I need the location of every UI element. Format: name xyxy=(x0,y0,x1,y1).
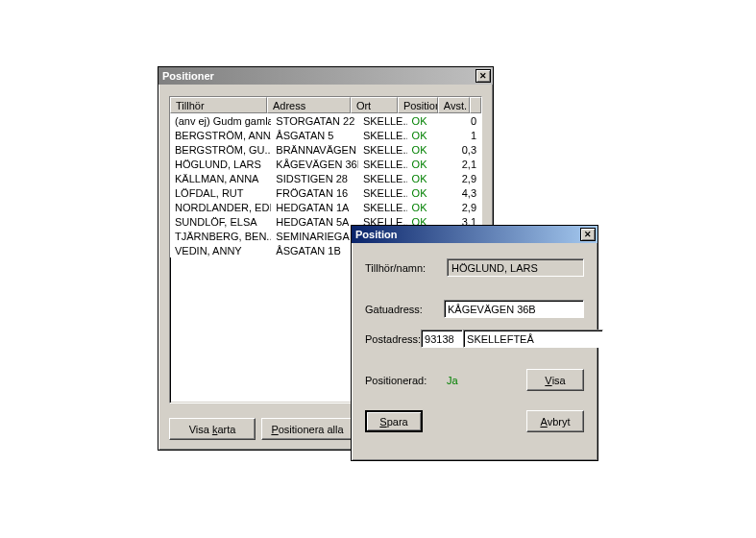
table-row[interactable]: NORDLANDER, EDITHEDGATAN 1ASKELLE...OK2,… xyxy=(170,200,481,214)
cell: ÅSGATAN 5 xyxy=(271,130,358,141)
cell: LÖFDAL, RUT xyxy=(170,187,271,199)
cell: OK xyxy=(407,202,449,213)
input-postort[interactable] xyxy=(463,330,603,348)
col-tillhor[interactable]: Tillhör xyxy=(170,97,267,113)
avbryt-button[interactable]: Avbryt xyxy=(526,410,584,432)
cell: OK xyxy=(407,173,449,184)
positioner-title: Positioner xyxy=(162,70,214,82)
cell: OK xyxy=(407,187,449,199)
cell: 0 xyxy=(449,115,481,127)
table-row[interactable]: KÄLLMAN, ANNASIDSTIGEN 28SKELLE...OK2,9 xyxy=(170,171,481,185)
cell: OK xyxy=(407,144,449,156)
cell: SKELLE... xyxy=(358,115,407,127)
bottom-button-bar: Visa karta Positionera alla xyxy=(169,418,354,440)
label-tillhor-namn: Tillhör/namn: xyxy=(365,262,447,274)
cell: TJÄRNBERG, BEN... xyxy=(170,231,271,242)
row-positionerad: Positionerad: Ja Visa xyxy=(365,369,584,391)
table-row[interactable]: BERGSTRÖM, ANNAÅSGATAN 5SKELLE...OK1 xyxy=(170,128,481,142)
row-gatuadress: Gatuadress: xyxy=(365,300,584,318)
col-adress[interactable]: Adress xyxy=(267,97,351,113)
label-positionerad: Positionerad: xyxy=(365,375,447,386)
cell: FRÖGATAN 16 xyxy=(271,187,358,199)
close-icon[interactable]: ✕ xyxy=(476,69,491,83)
cell: HÖGLUND, LARS xyxy=(170,159,271,170)
table-row[interactable]: (anv ej) Gudm gamlaSTORGATAN 22SKELLE...… xyxy=(170,113,481,128)
close-icon[interactable]: ✕ xyxy=(580,228,596,241)
cell: KÅGEVÄGEN 36B xyxy=(271,159,358,170)
position-form: Tillhör/namn: HÖGLUND, LARS Gatuadress: … xyxy=(352,243,597,442)
table-row[interactable]: HÖGLUND, LARSKÅGEVÄGEN 36BSKELLE...OK2,1 xyxy=(170,157,481,171)
value-positionerad: Ja xyxy=(447,375,458,386)
position-title: Position xyxy=(355,229,397,240)
cell: SUNDLÖF, ELSA xyxy=(170,216,271,228)
dialog-button-row: Spara Avbryt xyxy=(365,410,584,432)
cell: 2,9 xyxy=(449,173,481,184)
cell: 2,9 xyxy=(449,202,481,213)
position-titlebar[interactable]: Position ✕ xyxy=(352,226,597,243)
col-ort[interactable]: Ort xyxy=(351,97,398,113)
cell: OK xyxy=(407,130,449,141)
cell: 2,1 xyxy=(449,159,481,170)
field-tillhor-namn: HÖGLUND, LARS xyxy=(447,258,584,277)
cell: SKELLE... xyxy=(358,202,407,213)
cell: SKELLE... xyxy=(358,187,407,199)
visa-button[interactable]: Visa xyxy=(526,369,584,391)
cell: 0,3 xyxy=(449,144,481,156)
cell: SEMINARIEGA xyxy=(271,231,358,242)
cell: BERGSTRÖM, GU... xyxy=(170,144,271,156)
col-position[interactable]: Position xyxy=(398,97,438,113)
cell: BRÄNNAVÄGEN 2 xyxy=(271,144,358,156)
col-avst[interactable]: Avst. xyxy=(438,97,470,113)
cell: 1 xyxy=(449,130,481,141)
cell: SKELLE... xyxy=(358,144,407,156)
cell: (anv ej) Gudm gamla xyxy=(170,115,271,127)
visa-karta-button[interactable]: Visa karta xyxy=(169,418,256,440)
cell: KÄLLMAN, ANNA xyxy=(170,173,271,184)
cell: OK xyxy=(407,159,449,170)
row-tillhor-namn: Tillhör/namn: HÖGLUND, LARS xyxy=(365,258,584,277)
listview-header: Tillhör Adress Ort Position Avst. xyxy=(170,97,481,113)
col-spacer xyxy=(470,97,481,113)
cell: SIDSTIGEN 28 xyxy=(271,173,358,184)
cell: SKELLE... xyxy=(358,159,407,170)
row-postadress: Postadress: xyxy=(365,330,584,348)
spara-button[interactable]: Spara xyxy=(365,410,423,432)
cell: SKELLE... xyxy=(358,130,407,141)
positioner-titlebar[interactable]: Positioner ✕ xyxy=(159,67,493,85)
cell: HEDGATAN 1A xyxy=(271,202,358,213)
cell: ÅSGATAN 1B xyxy=(271,245,358,257)
label-gatuadress: Gatuadress: xyxy=(365,304,444,315)
position-window: Position ✕ Tillhör/namn: HÖGLUND, LARS G… xyxy=(351,225,598,461)
positionera-alla-button[interactable]: Positionera alla xyxy=(261,418,354,440)
table-row[interactable]: LÖFDAL, RUTFRÖGATAN 16SKELLE...OK4,3 xyxy=(170,185,481,200)
cell: OK xyxy=(407,115,449,127)
input-postnr[interactable] xyxy=(421,330,463,348)
input-gatuadress[interactable] xyxy=(444,300,584,318)
table-row[interactable]: BERGSTRÖM, GU...BRÄNNAVÄGEN 2SKELLE...OK… xyxy=(170,142,481,157)
cell: 4,3 xyxy=(449,187,481,199)
cell: VEDIN, ANNY xyxy=(170,245,271,257)
label-postadress: Postadress: xyxy=(365,333,421,345)
cell: BERGSTRÖM, ANNA xyxy=(170,130,271,141)
cell: STORGATAN 22 xyxy=(271,115,358,127)
cell: SKELLE... xyxy=(358,173,407,184)
cell: HEDGATAN 5A xyxy=(271,216,358,228)
cell: NORDLANDER, EDIT xyxy=(170,202,271,213)
